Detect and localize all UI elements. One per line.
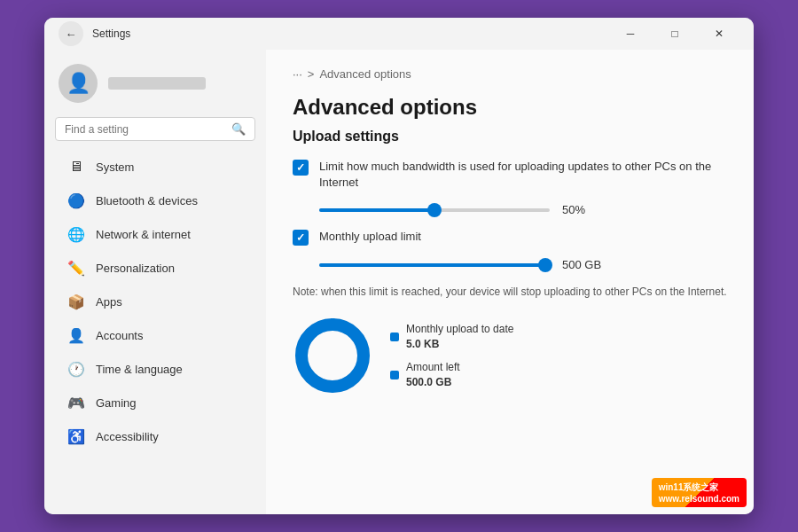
breadcrumb-separator: > [308, 67, 315, 81]
accessibility-icon: ♿ [67, 427, 85, 445]
main-content: ··· > Advanced options Advanced options … [266, 50, 754, 514]
sidebar-item-accounts-label: Accounts [96, 329, 143, 342]
legend-item-remaining: Amount left 500.0 GB [390, 360, 513, 390]
sidebar-item-bluetooth[interactable]: 🔵 Bluetooth & devices [50, 184, 261, 216]
monthly-limit-slider-row: 500 GB [293, 258, 727, 271]
sidebar-item-time[interactable]: 🕐 Time & language [50, 353, 261, 385]
bandwidth-label: Limit how much bandwidth is used for upl… [319, 159, 727, 191]
bandwidth-checkbox[interactable] [293, 160, 309, 176]
accounts-icon: 👤 [67, 326, 85, 344]
maximize-button[interactable]: □ [654, 20, 695, 48]
personalization-icon: ✏️ [67, 259, 85, 277]
chart-legend: Monthly upload to date 5.0 KB Amount lef… [390, 322, 513, 390]
sidebar-item-network[interactable]: 🌐 Network & internet [50, 218, 261, 250]
sidebar: 👤 🔍 🖥 System 🔵 Bluetooth & devices [44, 50, 266, 514]
monthly-limit-slider-value: 500 GB [562, 258, 606, 271]
sidebar-item-accessibility[interactable]: ♿ Accessibility [50, 420, 261, 452]
donut-chart [293, 316, 372, 395]
breadcrumb-dots: ··· [293, 67, 302, 81]
content-area: 👤 🔍 🖥 System 🔵 Bluetooth & devices [44, 50, 754, 514]
sidebar-item-gaming-label: Gaming [96, 396, 137, 410]
time-icon: 🕐 [67, 360, 85, 378]
bandwidth-slider-value: 50% [562, 203, 606, 216]
sidebar-item-personalization[interactable]: ✏️ Personalization [50, 252, 261, 284]
gaming-icon: 🎮 [67, 394, 85, 411]
bandwidth-setting-row: Limit how much bandwidth is used for upl… [293, 159, 727, 191]
uploaded-dot [390, 332, 399, 341]
bluetooth-icon: 🔵 [67, 192, 85, 209]
close-button[interactable]: ✕ [699, 20, 739, 48]
sidebar-item-system-label: System [96, 160, 134, 174]
titlebar: ← Settings ─ □ ✕ [44, 18, 754, 50]
sidebar-item-system[interactable]: 🖥 System [50, 151, 261, 183]
back-button[interactable]: ← [59, 21, 83, 46]
search-icon: 🔍 [231, 122, 246, 136]
titlebar-left: ← Settings [59, 21, 130, 46]
remaining-label: Amount left 500.0 GB [406, 360, 460, 390]
sidebar-item-accounts[interactable]: 👤 Accounts [50, 319, 261, 351]
monthly-limit-label: Monthly upload limit [319, 229, 421, 245]
upload-settings-title: Upload settings [293, 129, 727, 145]
username-bar [108, 77, 206, 90]
sidebar-item-apps[interactable]: 📦 Apps [50, 286, 261, 317]
bandwidth-slider-row: 50% [293, 203, 727, 216]
search-box[interactable]: 🔍 [55, 117, 255, 141]
user-profile: 👤 [44, 57, 266, 113]
note-text: Note: when this limit is reached, your d… [293, 284, 727, 300]
bandwidth-slider-fill [319, 208, 434, 212]
titlebar-title: Settings [92, 27, 130, 40]
sidebar-item-time-label: Time & language [96, 363, 183, 376]
legend-item-uploaded: Monthly upload to date 5.0 KB [390, 322, 513, 352]
apps-icon: 📦 [67, 293, 85, 310]
sidebar-item-apps-label: Apps [96, 295, 122, 309]
monthly-limit-slider-fill [319, 263, 545, 267]
monthly-limit-slider-track[interactable] [319, 263, 550, 267]
uploaded-label: Monthly upload to date 5.0 KB [406, 322, 513, 352]
window-controls: ─ □ ✕ [610, 20, 739, 48]
sidebar-item-network-label: Network & internet [96, 228, 191, 241]
remaining-dot [390, 371, 399, 379]
monthly-limit-slider-thumb [538, 258, 552, 272]
sidebar-item-accessibility-label: Accessibility [96, 430, 159, 443]
page-title: Advanced options [293, 95, 727, 120]
sidebar-item-bluetooth-label: Bluetooth & devices [96, 194, 198, 207]
breadcrumb: ··· > Advanced options [293, 67, 727, 81]
sidebar-item-personalization-label: Personalization [96, 262, 175, 275]
svg-point-1 [301, 325, 364, 387]
sidebar-item-gaming[interactable]: 🎮 Gaming [50, 387, 261, 419]
avatar: 👤 [59, 64, 98, 103]
monthly-limit-setting-row: Monthly upload limit [293, 229, 727, 246]
system-icon: 🖥 [67, 158, 85, 176]
donut-section: Monthly upload to date 5.0 KB Amount lef… [293, 316, 727, 395]
monthly-limit-checkbox[interactable] [293, 230, 309, 246]
minimize-button[interactable]: ─ [610, 20, 651, 48]
network-icon: 🌐 [67, 225, 85, 243]
breadcrumb-current: Advanced options [319, 67, 411, 81]
search-input[interactable] [65, 123, 224, 136]
bandwidth-slider-thumb [427, 203, 442, 217]
bandwidth-slider-track[interactable] [319, 208, 550, 212]
